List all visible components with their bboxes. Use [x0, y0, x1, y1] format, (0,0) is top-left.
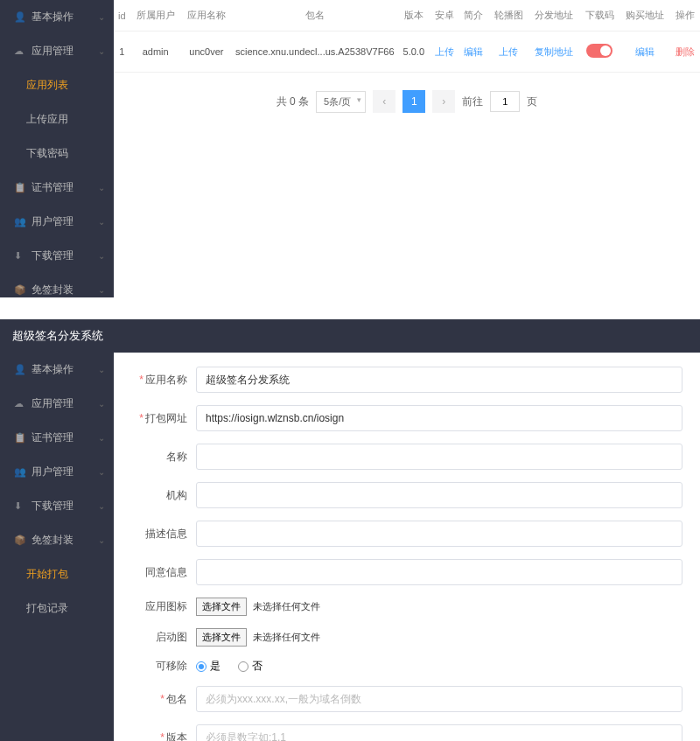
url-input[interactable] [196, 405, 682, 431]
table-header: 轮播图 [488, 0, 528, 31]
goto-input[interactable] [490, 91, 520, 112]
app-name-label: 应用名称 [145, 374, 187, 386]
pagination: 共 0 条 5条/页 ▾ ‹ 1 › 前往 页 [114, 90, 700, 113]
table-header: 购买地址 [620, 0, 670, 31]
consent-input[interactable] [196, 559, 682, 585]
icon-file-button[interactable]: 选择文件 [196, 598, 247, 616]
name-input[interactable] [196, 444, 682, 470]
sidebar-item-应用列表[interactable]: 应用列表 [0, 68, 114, 102]
radio-no[interactable]: 否 [238, 659, 262, 674]
chevron-down-icon: ⌄ [98, 12, 105, 22]
chevron-down-icon: ⌄ [98, 217, 105, 227]
name-label: 名称 [166, 451, 187, 463]
delete-link[interactable]: 删除 [676, 46, 695, 57]
sidebar-item-用户管理[interactable]: 👥用户管理⌄ [0, 455, 114, 489]
pkg-input[interactable] [196, 686, 682, 712]
menu-icon: 👥 [14, 216, 26, 227]
table-header: 操作 [670, 0, 700, 31]
sidebar-item-基本操作[interactable]: 👤基本操作⌄ [0, 353, 114, 387]
sidebar-item-免签封装[interactable]: 📦免签封装⌄ [0, 273, 114, 307]
chevron-down-icon: ⌄ [98, 399, 105, 409]
cell-pkg: science.xnu.undecl...us.A2538V7F66 [232, 31, 398, 73]
menu-icon: ⬇ [14, 500, 26, 512]
edit-intro-link[interactable]: 编辑 [464, 46, 483, 57]
sidebar-item-label: 基本操作 [32, 10, 98, 24]
table-header: 包名 [232, 0, 398, 31]
sidebar-item-label: 下载管理 [32, 248, 98, 263]
table-header: 版本 [398, 0, 430, 31]
prev-page-button[interactable]: ‹ [373, 90, 396, 113]
sidebar-item-上传应用[interactable]: 上传应用 [0, 102, 114, 136]
download-code-switch[interactable] [586, 44, 612, 58]
cell-version: 5.0.0 [398, 31, 430, 73]
sidebar-item-label: 上传应用 [26, 112, 105, 127]
sidebar-item-下载密码[interactable]: 下载密码 [0, 136, 114, 171]
desc-input[interactable] [196, 521, 682, 547]
launch-file-text: 未选择任何文件 [253, 632, 320, 642]
page-title: 超级签名分发系统 [0, 319, 700, 353]
version-input[interactable] [196, 724, 682, 741]
sidebar-item-证书管理[interactable]: 📋证书管理⌄ [0, 171, 114, 205]
copy-dist-link[interactable]: 复制地址 [535, 46, 573, 57]
chevron-down-icon: ⌄ [98, 501, 105, 511]
launch-label: 启动图 [156, 631, 187, 643]
sidebar-item-免签封装[interactable]: 📦免签封装⌄ [0, 523, 114, 557]
sidebar-item-label: 开始打包 [26, 567, 105, 582]
sidebar-item-label: 证书管理 [32, 430, 98, 445]
sidebar-item-label: 基本操作 [32, 362, 98, 377]
edit-buy-link[interactable]: 编辑 [635, 46, 654, 57]
desc-label: 描述信息 [145, 528, 187, 540]
total-count: 共 0 条 [276, 94, 309, 109]
launch-file-button[interactable]: 选择文件 [196, 628, 247, 647]
menu-icon: 📋 [14, 432, 26, 444]
org-input[interactable] [196, 482, 682, 508]
sidebar-item-用户管理[interactable]: 👥用户管理⌄ [0, 205, 114, 239]
sidebar-item-label: 下载管理 [32, 499, 98, 514]
page-size-select[interactable]: 5条/页 ▾ [316, 91, 366, 113]
radio-yes[interactable]: 是 [196, 659, 220, 674]
chevron-down-icon: ⌄ [98, 251, 105, 261]
cell-user: admin [130, 31, 181, 73]
table-header: 下载码 [579, 0, 620, 31]
sidebar-item-打包记录[interactable]: 打包记录 [0, 591, 114, 626]
chevron-down-icon: ⌄ [98, 467, 105, 477]
app-name-input[interactable] [196, 367, 682, 393]
sidebar-item-label: 免签封装 [32, 283, 98, 297]
menu-icon: ☁ [14, 398, 26, 409]
sidebar-item-证书管理[interactable]: 📋证书管理⌄ [0, 421, 114, 455]
menu-icon: 👥 [14, 466, 26, 478]
sidebar-item-应用管理[interactable]: ☁应用管理⌄ [0, 387, 114, 421]
sidebar-item-开始打包[interactable]: 开始打包 [0, 557, 114, 591]
chevron-down-icon: ⌄ [98, 365, 105, 374]
upload-android-link[interactable]: 上传 [435, 46, 454, 57]
chevron-down-icon: ⌄ [98, 183, 105, 192]
page-number-button[interactable]: 1 [402, 90, 425, 113]
menu-icon: ⬇ [14, 250, 26, 262]
table-header: 应用名称 [181, 0, 232, 31]
sidebar-item-label: 免签封装 [32, 533, 98, 548]
icon-label: 应用图标 [145, 600, 187, 612]
cell-id: 1 [114, 31, 130, 73]
menu-icon: 📦 [14, 535, 26, 546]
sidebar-item-label: 应用管理 [32, 396, 98, 411]
sidebar-item-label: 下载密码 [26, 146, 105, 161]
upload-carousel-link[interactable]: 上传 [499, 46, 518, 57]
form: *应用名称 *打包网址 名称 机构 描述信息 [114, 353, 700, 741]
table-header: 所属用户 [130, 0, 181, 31]
menu-icon: ☁ [14, 45, 26, 57]
next-page-button[interactable]: › [432, 90, 455, 113]
sidebar-item-下载管理[interactable]: ⬇下载管理⌄ [0, 489, 114, 523]
chevron-down-icon: ⌄ [98, 285, 105, 295]
pkg-label: 包名 [166, 693, 187, 705]
menu-icon: 👤 [14, 364, 26, 375]
sidebar-item-基本操作[interactable]: 👤基本操作⌄ [0, 0, 114, 34]
cell-name: unc0ver [181, 31, 232, 73]
icon-file-text: 未选择任何文件 [253, 601, 320, 612]
sidebar-item-下载管理[interactable]: ⬇下载管理⌄ [0, 239, 114, 273]
table-header: 安卓 [430, 0, 459, 31]
sidebar-item-label: 证书管理 [32, 180, 98, 195]
table-header: 简介 [459, 0, 489, 31]
menu-icon: 📦 [14, 284, 26, 296]
app-table: id所属用户应用名称包名版本安卓简介轮播图分发地址下载码购买地址操作 1admi… [114, 0, 700, 73]
sidebar-item-应用管理[interactable]: ☁应用管理⌄ [0, 34, 114, 68]
